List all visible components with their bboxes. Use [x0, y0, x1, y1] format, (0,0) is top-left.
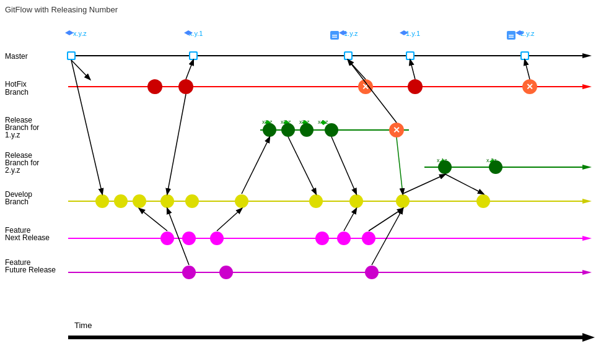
release2-label3: 2.y.z	[5, 166, 20, 175]
hotfix-to-master-2	[186, 60, 193, 79]
tag-xyz-1: x.y.z	[73, 30, 87, 37]
ffuture-node-3	[365, 266, 379, 279]
fnext-node-1	[160, 232, 174, 245]
release2-arrow	[582, 165, 592, 170]
feature-future-label2: Future Release	[5, 266, 56, 274]
master-label: Master	[5, 52, 28, 61]
develop-node-3	[133, 194, 146, 208]
develop-to-release1	[242, 137, 270, 194]
diagram-container: GitFlow with Releasing Number Master Hot…	[0, 0, 601, 364]
hotfix3-to-master4	[410, 60, 415, 79]
develop-node-4	[160, 194, 174, 208]
fnext-to-develop-4	[344, 209, 356, 231]
gitflow-diagram: Master HotFix Branch Release Branch for …	[0, 0, 601, 364]
hotfix-arrow	[582, 84, 592, 89]
master-arrow	[582, 53, 592, 58]
feature-next-arrow	[582, 236, 592, 241]
fnext-to-develop-3	[369, 209, 403, 231]
release2-node-2	[489, 160, 502, 174]
develop-to-release2	[403, 175, 445, 194]
ffuture-node-1	[182, 266, 196, 279]
develop-node-2	[114, 194, 128, 208]
hotfix-node-3	[408, 79, 423, 94]
develop-arrow	[582, 199, 592, 204]
release1-node-2	[281, 123, 295, 137]
master-node-5-inner	[522, 53, 528, 59]
master-node-3-inner	[345, 53, 351, 59]
fnext-node-5	[337, 232, 351, 245]
master-to-hotfix	[71, 60, 90, 79]
fnext-to-develop-1	[139, 209, 167, 231]
develop-node-5	[185, 194, 199, 208]
release1-node-3	[300, 123, 314, 137]
master-node-2-inner	[190, 53, 196, 59]
hotfix-node-1	[147, 79, 162, 94]
hotfix-label: HotFix	[5, 80, 27, 89]
develop-node-1	[95, 194, 109, 208]
ffuture-node-2	[219, 266, 233, 279]
tag-1y1: 1.y.1	[406, 30, 420, 37]
ffuture-to-develop-2	[372, 209, 403, 265]
tag-icon-1	[65, 30, 74, 35]
time-label: Time	[74, 321, 92, 330]
release2-node-1	[438, 160, 452, 174]
fnext-node-2	[182, 232, 196, 245]
fnext-node-3	[210, 232, 224, 245]
develop-label2: Branch	[5, 197, 29, 206]
fnext-node-4	[315, 232, 329, 245]
release1-label3: 1.y.z	[5, 131, 20, 139]
fnext-to-develop-2	[217, 209, 242, 231]
feature-future-arrow	[582, 270, 592, 275]
release1-to-develop-1	[288, 137, 316, 194]
master-to-develop-1	[71, 60, 102, 194]
develop-node-6	[235, 194, 248, 208]
develop-node-9	[396, 194, 410, 208]
release1-to-master	[348, 60, 397, 123]
release1-x: ✕	[393, 125, 400, 135]
release1-merge-to-develop	[397, 137, 403, 194]
master-node-1-inner	[68, 53, 74, 59]
hotfix-label2: Branch	[5, 88, 29, 97]
master-node-4-inner	[407, 53, 413, 59]
time-arrow-head	[582, 333, 595, 342]
release1-node-4	[325, 123, 338, 137]
hotfix-to-develop-1	[167, 94, 186, 194]
feature-next-label2: Next Release	[5, 233, 50, 242]
hotfix-merge2-to-master5	[525, 60, 530, 79]
release1-node-1	[263, 123, 276, 137]
develop-node-7	[309, 194, 323, 208]
develop-node-10	[476, 194, 490, 208]
develop-node-8	[349, 194, 363, 208]
release2-to-develop	[445, 174, 483, 194]
hotfix-x-2: ✕	[526, 82, 533, 92]
release1-to-develop-2	[331, 137, 356, 194]
fnext-node-6	[362, 232, 375, 245]
hotfix-node-2	[178, 79, 193, 94]
